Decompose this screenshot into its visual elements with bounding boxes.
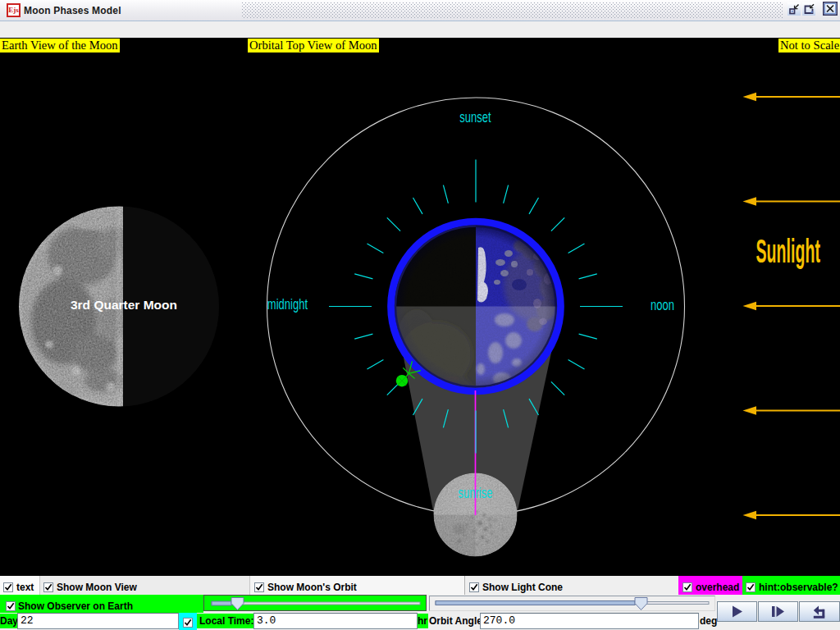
svg-text:Sunlight: Sunlight — [756, 234, 820, 270]
svg-text:midnight: midnight — [267, 296, 308, 312]
svg-text:sunrise: sunrise — [459, 485, 493, 500]
svg-text:sunset: sunset — [459, 109, 491, 125]
svg-text:3rd Quarter Moon: 3rd Quarter Moon — [71, 298, 177, 312]
svg-text:noon: noon — [651, 297, 674, 313]
